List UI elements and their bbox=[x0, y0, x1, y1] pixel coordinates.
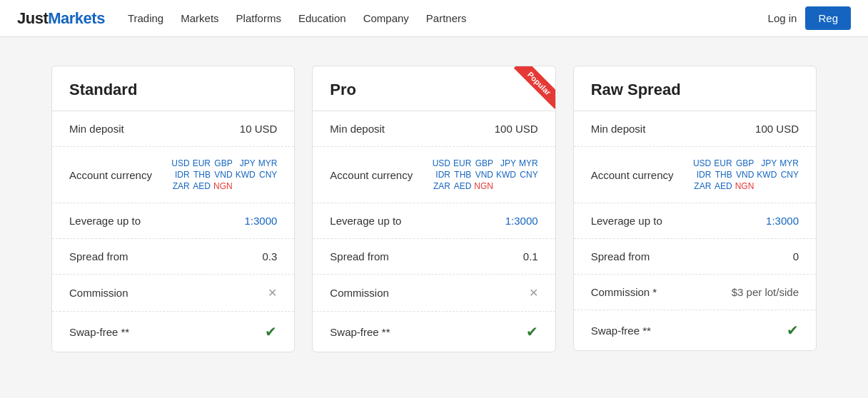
standard-swapfree-label: Swap-free ** bbox=[69, 326, 129, 338]
standard-leverage-row: Leverage up to 1:3000 bbox=[52, 203, 294, 239]
rawspread-account-currency-value: USDEURGBPJPYMYR IDRTHBVNDKWDCNY ZARAEDNG… bbox=[693, 158, 799, 191]
pro-spread-label: Spread from bbox=[330, 250, 389, 262]
pro-card-wrapper: Popular Pro Min deposit 100 USD Account … bbox=[303, 66, 564, 352]
standard-spread-value: 0.3 bbox=[262, 250, 277, 262]
standard-card-header: Standard bbox=[52, 66, 294, 111]
standard-min-deposit-value: 10 USD bbox=[240, 123, 278, 135]
rawspread-commission-value: $3 per lot/side bbox=[732, 286, 799, 298]
main-nav: Trading Markets Platforms Education Comp… bbox=[128, 12, 768, 24]
standard-title: Standard bbox=[69, 81, 277, 99]
logo-part1: Just bbox=[17, 9, 48, 27]
rawspread-spread-row: Spread from 0 bbox=[574, 239, 816, 275]
rawspread-account-currency-row: Account currency USDEURGBPJPYMYR IDRTHBV… bbox=[574, 147, 816, 203]
rawspread-min-deposit-label: Min deposit bbox=[591, 123, 646, 135]
pro-leverage-label: Leverage up to bbox=[330, 215, 401, 227]
rawspread-account-currency-label: Account currency bbox=[591, 169, 674, 181]
rawspread-commission-row: Commission * $3 per lot/side bbox=[574, 275, 816, 310]
header-actions: Log in Reg bbox=[768, 6, 851, 30]
header: JustMarkets Trading Markets Platforms Ed… bbox=[0, 0, 868, 37]
register-button[interactable]: Reg bbox=[805, 6, 851, 30]
nav-company[interactable]: Company bbox=[363, 12, 409, 24]
rawspread-card-wrapper: Raw Spread Min deposit 100 USD Account c… bbox=[565, 66, 825, 352]
pro-account-currency-label: Account currency bbox=[330, 169, 413, 181]
standard-min-deposit-row: Min deposit 10 USD bbox=[52, 111, 294, 147]
standard-commission-cross-icon: ✕ bbox=[268, 286, 277, 300]
nav-platforms[interactable]: Platforms bbox=[236, 12, 281, 24]
rawspread-min-deposit-value: 100 USD bbox=[755, 123, 799, 135]
logo: JustMarkets bbox=[17, 9, 105, 28]
rawspread-leverage-label: Leverage up to bbox=[591, 215, 662, 227]
rawspread-card-header: Raw Spread bbox=[574, 66, 816, 111]
standard-account-currency-label: Account currency bbox=[69, 169, 152, 181]
standard-card: Standard Min deposit 10 USD Account curr… bbox=[51, 66, 295, 352]
pro-swapfree-row: Swap-free ** ✔ bbox=[313, 312, 555, 352]
pro-min-deposit-value: 100 USD bbox=[495, 123, 538, 135]
pro-leverage-value: 1:3000 bbox=[505, 215, 538, 227]
standard-account-currency-value: USDEURGBPJPYMYR IDRTHBVNDKWDCNY ZARAEDNG… bbox=[171, 158, 277, 191]
pro-account-currency-value: USDEURGBPJPYMYR IDRTHBVNDKWDCNY ZARAEDNG… bbox=[433, 158, 538, 191]
main-content: Standard Min deposit 10 USD Account curr… bbox=[0, 37, 868, 381]
rawspread-title: Raw Spread bbox=[591, 81, 799, 99]
standard-leverage-label: Leverage up to bbox=[69, 215, 141, 227]
rawspread-leverage-row: Leverage up to 1:3000 bbox=[574, 203, 816, 239]
rawspread-commission-label: Commission * bbox=[591, 286, 657, 298]
pro-commission-label: Commission bbox=[330, 287, 389, 299]
rawspread-card: Raw Spread Min deposit 100 USD Account c… bbox=[573, 66, 817, 351]
standard-swapfree-check-icon: ✔ bbox=[265, 323, 277, 340]
standard-spread-row: Spread from 0.3 bbox=[52, 239, 294, 275]
standard-commission-label: Commission bbox=[69, 287, 128, 299]
popular-badge-label: Popular bbox=[513, 66, 555, 109]
standard-card-wrapper: Standard Min deposit 10 USD Account curr… bbox=[43, 66, 303, 352]
login-button[interactable]: Log in bbox=[768, 12, 797, 24]
nav-markets[interactable]: Markets bbox=[181, 12, 218, 24]
rawspread-swapfree-row: Swap-free ** ✔ bbox=[574, 310, 816, 350]
standard-min-deposit-label: Min deposit bbox=[69, 123, 124, 135]
rawspread-swapfree-label: Swap-free ** bbox=[591, 325, 651, 337]
pro-min-deposit-label: Min deposit bbox=[330, 123, 385, 135]
pro-min-deposit-row: Min deposit 100 USD bbox=[313, 111, 555, 147]
popular-badge: Popular bbox=[505, 66, 555, 116]
rawspread-spread-value: 0 bbox=[793, 250, 799, 262]
rawspread-spread-label: Spread from bbox=[591, 250, 650, 262]
standard-swapfree-row: Swap-free ** ✔ bbox=[52, 312, 294, 352]
pro-commission-row: Commission ✕ bbox=[313, 275, 555, 312]
pro-account-currency-row: Account currency USDEURGBPJPYMYR IDRTHBV… bbox=[313, 147, 555, 203]
pro-swapfree-check-icon: ✔ bbox=[526, 323, 538, 340]
pro-commission-cross-icon: ✕ bbox=[529, 286, 538, 300]
nav-education[interactable]: Education bbox=[298, 12, 346, 24]
standard-spread-label: Spread from bbox=[69, 250, 128, 262]
rawspread-swapfree-check-icon: ✔ bbox=[787, 322, 799, 339]
pro-spread-value: 0.1 bbox=[523, 250, 538, 262]
pro-spread-row: Spread from 0.1 bbox=[313, 239, 555, 275]
rawspread-min-deposit-row: Min deposit 100 USD bbox=[574, 111, 816, 147]
standard-account-currency-row: Account currency USDEURGBPJPYMYR IDRTHBV… bbox=[52, 147, 294, 203]
pro-card: Popular Pro Min deposit 100 USD Account … bbox=[312, 66, 555, 352]
rawspread-leverage-value: 1:3000 bbox=[766, 215, 799, 227]
pro-leverage-row: Leverage up to 1:3000 bbox=[313, 203, 555, 239]
standard-leverage-value: 1:3000 bbox=[244, 215, 277, 227]
logo-part2: Markets bbox=[48, 9, 105, 27]
pro-swapfree-label: Swap-free ** bbox=[330, 326, 390, 338]
nav-partners[interactable]: Partners bbox=[426, 12, 467, 24]
standard-commission-row: Commission ✕ bbox=[52, 275, 294, 312]
nav-trading[interactable]: Trading bbox=[128, 12, 163, 24]
